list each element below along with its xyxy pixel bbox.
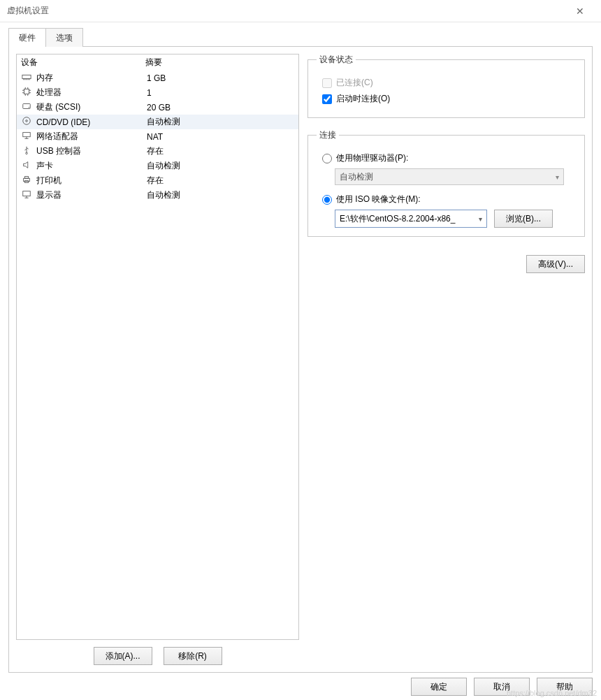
help-button[interactable]: 帮助 [537, 678, 593, 696]
physical-drive-select: 自动检测 ▾ [335, 168, 564, 185]
iso-path-value: E:\软件\CentOS-8.2.2004-x86_ [340, 213, 476, 225]
tab-hardware[interactable]: 硬件 [8, 28, 46, 47]
device-table: 设备 摘要 内存1 GB处理器1硬盘 (SCSI)20 GBCD/DVD (ID… [16, 54, 299, 640]
table-row[interactable]: 打印机存在 [17, 173, 298, 188]
device-summary: 自动检测 [147, 116, 294, 128]
right-pane: 设备状态 已连接(C) 启动时连接(O) 连接 使用物理驱动器(P): [307, 54, 585, 665]
iso-label: 使用 ISO 映像文件(M): [336, 194, 421, 205]
table-row[interactable]: 声卡自动检测 [17, 159, 298, 173]
sound-icon [21, 160, 32, 172]
device-name: 内存 [36, 72, 143, 84]
usb-icon [21, 145, 32, 157]
device-name: CD/DVD (IDE) [36, 117, 143, 127]
connected-checkbox [322, 78, 332, 88]
device-name: 处理器 [36, 87, 143, 99]
svg-point-23 [26, 152, 28, 154]
device-summary: 1 GB [147, 73, 294, 83]
cd-icon [21, 116, 32, 128]
device-summary: 1 [147, 88, 294, 98]
physical-drive-select-wrap: 自动检测 ▾ [335, 168, 576, 185]
svg-rect-16 [23, 104, 31, 109]
advanced-button[interactable]: 高级(V)... [526, 255, 585, 273]
chevron-down-icon[interactable]: ▾ [476, 215, 482, 223]
left-pane: 设备 摘要 内存1 GB处理器1硬盘 (SCSI)20 GBCD/DVD (ID… [16, 54, 299, 665]
table-row[interactable]: 显示器自动检测 [17, 188, 298, 203]
svg-point-17 [29, 107, 29, 108]
table-row[interactable]: 内存1 GB [17, 71, 298, 85]
memory-icon [21, 72, 32, 84]
close-icon[interactable]: ✕ [566, 6, 594, 17]
network-icon [21, 131, 32, 143]
svg-point-19 [26, 120, 28, 122]
iso-row: E:\软件\CentOS-8.2.2004-x86_ ▾ 浏览(B)... [335, 210, 576, 228]
device-summary: 20 GB [147, 103, 294, 112]
iso-radio-row[interactable]: 使用 ISO 映像文件(M): [322, 194, 576, 205]
table-row[interactable]: 网络适配器NAT [17, 129, 298, 144]
cancel-button[interactable]: 取消 [474, 678, 530, 696]
connect-at-poweron-row[interactable]: 启动时连接(O) [322, 93, 576, 105]
tab-bar: 硬件 选项 [8, 28, 593, 46]
tab-panel: 设备 摘要 内存1 GB处理器1硬盘 (SCSI)20 GBCD/DVD (ID… [8, 46, 593, 673]
add-button[interactable]: 添加(A)... [94, 647, 152, 665]
disk-icon [21, 101, 32, 113]
device-summary: 自动检测 [147, 160, 294, 172]
connect-at-poweron-checkbox[interactable] [322, 94, 332, 104]
device-name: 网络适配器 [36, 131, 143, 143]
physical-label: 使用物理驱动器(P): [336, 152, 408, 164]
svg-rect-25 [24, 177, 28, 179]
svg-rect-27 [23, 191, 31, 196]
table-header: 设备 摘要 [17, 54, 298, 71]
svg-rect-0 [22, 75, 31, 78]
table-row[interactable]: 处理器1 [17, 85, 298, 100]
header-device: 设备 [21, 57, 145, 68]
iso-radio[interactable] [322, 195, 332, 205]
connection-group: 连接 使用物理驱动器(P): 自动检测 ▾ 使用 ISO 映像文件(M): [307, 129, 585, 237]
left-buttons: 添加(A)... 移除(R) [16, 647, 299, 665]
connected-label: 已连接(C) [336, 77, 373, 89]
device-name: 打印机 [36, 175, 143, 187]
device-state-group: 设备状态 已连接(C) 启动时连接(O) [307, 54, 585, 118]
cpu-icon [21, 87, 32, 99]
display-icon [21, 189, 32, 201]
table-row[interactable]: CD/DVD (IDE)自动检测 [17, 115, 298, 129]
device-summary: 存在 [147, 145, 294, 157]
device-name: USB 控制器 [36, 145, 143, 157]
device-name: 声卡 [36, 160, 143, 172]
device-name: 显示器 [36, 189, 143, 201]
physical-drive-value: 自动检测 [340, 171, 373, 183]
table-row[interactable]: 硬盘 (SCSI)20 GB [17, 100, 298, 115]
connected-checkbox-row: 已连接(C) [322, 77, 576, 89]
connect-at-poweron-label: 启动时连接(O) [336, 93, 390, 105]
chevron-down-icon: ▾ [556, 173, 559, 181]
titlebar: 虚拟机设置 ✕ [0, 0, 601, 22]
svg-rect-20 [23, 133, 31, 137]
tab-options[interactable]: 选项 [46, 28, 83, 47]
header-summary: 摘要 [145, 57, 162, 68]
device-summary: 自动检测 [147, 189, 294, 201]
iso-path-combo[interactable]: E:\软件\CentOS-8.2.2004-x86_ ▾ [335, 210, 487, 228]
device-name: 硬盘 (SCSI) [36, 101, 143, 113]
physical-radio[interactable] [322, 154, 332, 163]
svg-point-18 [23, 117, 31, 125]
remove-button[interactable]: 移除(R) [164, 647, 222, 665]
browse-button[interactable]: 浏览(B)... [494, 210, 553, 228]
printer-icon [21, 175, 32, 187]
device-summary: 存在 [147, 175, 294, 187]
ok-button[interactable]: 确定 [411, 678, 467, 696]
device-summary: NAT [147, 132, 294, 142]
svg-rect-7 [24, 89, 29, 94]
connection-legend: 连接 [317, 129, 339, 141]
device-state-legend: 设备状态 [317, 54, 356, 66]
table-row[interactable]: USB 控制器存在 [17, 144, 298, 159]
dialog-footer: 确定 取消 帮助 [411, 678, 593, 696]
window-title: 虚拟机设置 [7, 5, 566, 17]
physical-radio-row[interactable]: 使用物理驱动器(P): [322, 152, 576, 164]
